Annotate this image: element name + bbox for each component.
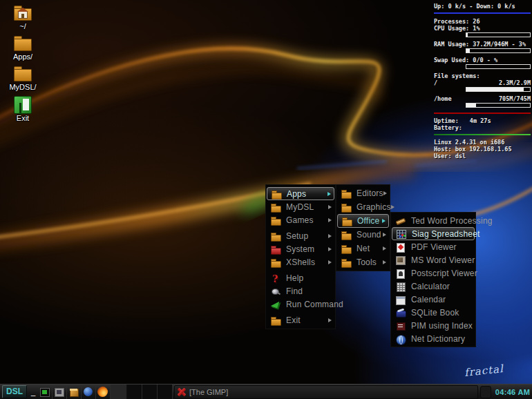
postscript-icon bbox=[395, 268, 406, 279]
swap-used: Swap Used: 0/0 - % bbox=[434, 57, 531, 64]
menu-item-apps[interactable]: Apps bbox=[267, 187, 334, 200]
launcher[interactable] bbox=[82, 385, 96, 399]
menu-item-help[interactable]: Help bbox=[267, 271, 334, 284]
submenu-arrow-icon bbox=[328, 205, 332, 209]
fs-root-bar bbox=[466, 87, 531, 92]
cpu-bar bbox=[466, 32, 531, 37]
menu-item-run-command[interactable]: Run Command bbox=[267, 298, 334, 311]
clock: 04:46 AM bbox=[493, 388, 532, 396]
menu-item-system[interactable]: System bbox=[267, 242, 334, 255]
menu-item-office[interactable]: Office bbox=[337, 214, 389, 228]
menu-item-xshells[interactable]: XShells bbox=[267, 255, 334, 269]
fs-root-value: 2.3M/2.9M bbox=[499, 79, 531, 86]
menu-item-pdf-viewer[interactable]: PDF Viewer bbox=[392, 240, 475, 253]
os-line: Linux 2.4.31 on i686 bbox=[434, 139, 531, 146]
submenu-arrow-icon bbox=[327, 192, 331, 196]
submenu-arrow-icon bbox=[383, 191, 387, 195]
launcher[interactable] bbox=[53, 385, 67, 399]
menu-item-find[interactable]: Find bbox=[267, 284, 334, 298]
launcher[interactable] bbox=[38, 385, 53, 399]
menu-item-ms-word-viewer[interactable]: MS Word Viewer bbox=[392, 253, 475, 266]
submenu-arrow-icon bbox=[328, 318, 332, 322]
launcher-icons bbox=[38, 385, 111, 399]
menu-item-calculator[interactable]: Calculator bbox=[392, 280, 475, 293]
submenu-arrow-icon bbox=[383, 246, 386, 251]
menu-item-editors[interactable]: Editors bbox=[337, 186, 389, 200]
minimize-icon[interactable]: _ bbox=[28, 387, 38, 396]
menu-item-siag-spreadsheet[interactable]: Siag Spreadsheet bbox=[392, 227, 475, 240]
folder-icon bbox=[341, 188, 352, 199]
folder-icon bbox=[271, 188, 282, 200]
pim-icon bbox=[395, 320, 406, 331]
calendar-icon bbox=[395, 294, 406, 305]
dictionary-icon bbox=[395, 333, 406, 344]
uptime-value: 4m 27s bbox=[470, 117, 491, 124]
menu-item-ted-word-processing[interactable]: Ted Word Processing bbox=[392, 214, 475, 227]
menu-item-calendar[interactable]: Calendar bbox=[392, 293, 475, 306]
task-button-gimp[interactable]: [The GIMP] bbox=[174, 385, 478, 399]
processes: Processes: 26 bbox=[434, 18, 531, 25]
folder-icon bbox=[341, 215, 352, 226]
submenu-arrow-icon bbox=[328, 247, 332, 251]
firefox-icon bbox=[97, 387, 108, 398]
net-speed: Up: 0 k/s - Down: 0 k/s bbox=[434, 3, 531, 10]
empty-slot bbox=[111, 385, 127, 399]
battery-rule bbox=[434, 134, 531, 135]
menu-item-postscript-viewer[interactable]: Postscript Viewer bbox=[392, 266, 475, 280]
empty-slot bbox=[158, 385, 173, 399]
siag-icon bbox=[396, 228, 407, 240]
cpu-usage: CPU Usage: 1% bbox=[434, 25, 531, 32]
empty-slot bbox=[127, 385, 142, 399]
taskbar-spacer bbox=[480, 386, 491, 398]
menu-item-mydsl[interactable]: MyDSL bbox=[267, 200, 334, 213]
taskbar: DSL _ [The GIMP] 04:46 AM bbox=[0, 384, 532, 399]
uptime-label: Uptime: bbox=[434, 117, 459, 124]
menu-item-sound[interactable]: Sound bbox=[337, 228, 389, 242]
folder-icon bbox=[270, 257, 281, 268]
folder-icon bbox=[270, 215, 281, 226]
desktop-icon-mydsl[interactable]: MyDSL/ bbox=[3, 64, 43, 91]
folder-icon bbox=[12, 64, 33, 83]
menu-item-pim-using-index[interactable]: PIM using Index bbox=[392, 319, 475, 332]
folder-red-icon bbox=[270, 244, 281, 255]
submenu-arrow-icon bbox=[328, 218, 332, 222]
host-line: Host: box 192.168.1.65 bbox=[434, 146, 531, 153]
fs-header: File systems: bbox=[434, 72, 531, 79]
terminal-green-icon bbox=[39, 387, 50, 398]
submenu-arrow-icon bbox=[391, 205, 395, 209]
fs-home-row: /home 705M/745M bbox=[434, 95, 531, 102]
menu-item-graphics[interactable]: Graphics bbox=[337, 200, 389, 214]
desktop-icon-[interactable]: ~/ bbox=[3, 3, 43, 30]
submenu-arrow-icon bbox=[328, 260, 332, 264]
ram-bar bbox=[466, 48, 531, 53]
dsl-menu-button[interactable]: DSL bbox=[2, 385, 27, 398]
launcher[interactable] bbox=[67, 385, 82, 399]
menu-item-exit[interactable]: Exit bbox=[267, 313, 334, 327]
gimp-x-icon bbox=[177, 387, 187, 397]
fs-home-value: 705M/745M bbox=[499, 95, 531, 102]
help-icon bbox=[270, 273, 281, 284]
menu-item-games[interactable]: Games bbox=[267, 213, 334, 226]
folder-icon bbox=[270, 231, 281, 242]
menu-item-net[interactable]: Net bbox=[337, 242, 389, 255]
fs-home-bar bbox=[466, 103, 531, 108]
folder-icon bbox=[341, 257, 352, 268]
submenu-arrow-icon bbox=[328, 234, 332, 238]
launcher[interactable] bbox=[96, 385, 111, 399]
menu-item-tools[interactable]: Tools bbox=[337, 255, 389, 269]
menu-item-sqlite-book[interactable]: SQLite Book bbox=[392, 306, 475, 319]
office-submenu: Ted Word Processing Siag Spreadsheet PDF… bbox=[390, 212, 476, 347]
battery-label: Battery: bbox=[434, 124, 531, 131]
globe-icon bbox=[83, 387, 94, 398]
menu-item-setup[interactable]: Setup bbox=[267, 229, 334, 242]
desktop-icon-exit[interactable]: Exit bbox=[3, 94, 43, 122]
run-icon bbox=[270, 299, 281, 310]
uptime-row: Uptime: 4m 27s bbox=[434, 117, 531, 124]
empty-slot bbox=[142, 385, 158, 399]
root-menu: Apps MyDSL Games Setup System XShells He… bbox=[265, 184, 336, 329]
sqlite-icon bbox=[395, 307, 406, 318]
menu-item-net-dictionary[interactable]: Net Dictionary bbox=[392, 332, 475, 345]
desktop-icon-apps[interactable]: Apps/ bbox=[3, 33, 43, 61]
ted-icon bbox=[395, 215, 406, 226]
fs-home-label: /home bbox=[434, 95, 452, 102]
